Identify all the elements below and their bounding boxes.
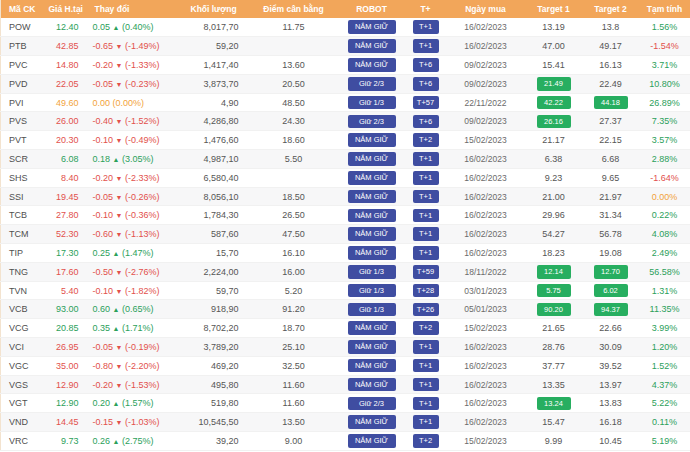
- column-header-target1[interactable]: Target 1: [525, 0, 583, 18]
- balance-point-cell: 11.75: [249, 18, 339, 37]
- price-cell: 17.30: [41, 244, 87, 263]
- column-header-code[interactable]: Mã CK: [1, 0, 41, 18]
- target2-value: 16.18: [599, 417, 622, 427]
- table-row[interactable]: VRC9.730.26 ▲ (2.75%)39,209.00NẮM GIỮT+2…: [1, 432, 690, 451]
- table-row[interactable]: SHS8.40-0.20 ▼ (-2.33%)6,580,40NẮM GIỮT+…: [1, 168, 690, 187]
- stock-code-cell[interactable]: TNG: [1, 262, 41, 281]
- stock-code-cell[interactable]: VGT: [1, 394, 41, 413]
- t-plus-badge: T+1: [413, 397, 439, 411]
- table-row[interactable]: TIP17.300.25 ▲ (1.47%)15,7016.10NẮM GIỮT…: [1, 244, 690, 263]
- column-header-provisional[interactable]: Tạm tính: [639, 0, 690, 18]
- stock-code-cell[interactable]: PTB: [1, 37, 41, 56]
- stock-code-cell[interactable]: VND: [1, 413, 41, 432]
- table-row[interactable]: VCI26.95-0.05 ▼ (-0.19%)3,789,2025.10NẮM…: [1, 338, 690, 357]
- change-cell: 0.00 (0.00%): [87, 93, 183, 112]
- price-cell: 14.80: [41, 56, 87, 75]
- table-row[interactable]: VGC35.00-0.80 ▼ (-2.20%)469,2032.50NẮM G…: [1, 356, 690, 375]
- target1-value: 21.65: [542, 323, 565, 333]
- stock-code-cell[interactable]: VCI: [1, 338, 41, 357]
- table-row[interactable]: VCB93.000.60 ▲ (0.65%)918,9091.20Giữ 1/3…: [1, 300, 690, 319]
- table-row[interactable]: PTB42.85-0.65 ▼ (-1.49%)59,20NẮM GIỮT+11…: [1, 37, 690, 56]
- robot-cell: NẮM GIỮ: [339, 150, 405, 169]
- stock-code-cell[interactable]: TCM: [1, 225, 41, 244]
- column-header-buy-date[interactable]: Ngày mua: [447, 0, 525, 18]
- column-header-volume[interactable]: Khối lượng: [183, 0, 249, 18]
- table-row[interactable]: PVC14.80-0.20 ▼ (-1.33%)1,417,4013.60NẮM…: [1, 56, 690, 75]
- target1-cell: 15.47: [525, 413, 583, 432]
- target1-cell: 13.35: [525, 375, 583, 394]
- stock-code-cell[interactable]: VRC: [1, 432, 41, 451]
- target2-value: 27.37: [599, 116, 622, 126]
- change-percent: (-1.53%): [122, 380, 159, 390]
- stock-code-cell[interactable]: TIP: [1, 244, 41, 263]
- balance-point-cell: 24.30: [249, 112, 339, 131]
- stock-code-cell[interactable]: TVN: [1, 281, 41, 300]
- volume-cell: 1,417,40: [183, 56, 249, 75]
- table-row[interactable]: TCM52.30-0.60 ▼ (-1.13%)587,6047.50NẮM G…: [1, 225, 690, 244]
- stock-code-cell[interactable]: TCB: [1, 206, 41, 225]
- change-value: -0.05: [93, 342, 116, 352]
- stock-code-cell[interactable]: VGS: [1, 375, 41, 394]
- stock-code-cell[interactable]: SHS: [1, 168, 41, 187]
- table-row[interactable]: TNG17.60-0.50 ▼ (-2.76%)2,224,0016.00Giữ…: [1, 262, 690, 281]
- column-header-price[interactable]: Giá H.tại: [41, 0, 87, 18]
- stock-code-cell[interactable]: VCG: [1, 319, 41, 338]
- robot-badge: NẮM GIỮ: [348, 39, 396, 53]
- stock-code-cell[interactable]: SCR: [1, 150, 41, 169]
- t-plus-cell: T+1: [405, 338, 447, 357]
- table-row[interactable]: TVN5.40-0.10 ▼ (-1.82%)59,705.20Giữ 1/3T…: [1, 281, 690, 300]
- column-header-balance-point[interactable]: Điểm cân bằng: [249, 0, 339, 18]
- balance-point-cell: 26.50: [249, 206, 339, 225]
- table-row[interactable]: POW12.400.05 ▲ (0.40%)8,017,7011.75NẮM G…: [1, 18, 690, 37]
- stock-code-cell[interactable]: PVS: [1, 112, 41, 131]
- stock-code-cell[interactable]: PVD: [1, 74, 41, 93]
- robot-cell: Giữ 2/3: [339, 112, 405, 131]
- t-plus-cell: T+59: [405, 262, 447, 281]
- table-row[interactable]: VGS12.90-0.20 ▼ (-1.53%)495,8011.60NẮM G…: [1, 375, 690, 394]
- stock-code-cell[interactable]: POW: [1, 18, 41, 37]
- target1-cell: 15.41: [525, 56, 583, 75]
- table-row[interactable]: TCB27.80-0.10 ▼ (-0.36%)1,784,3026.50NẮM…: [1, 206, 690, 225]
- table-row[interactable]: VGT12.900.20 ▲ (1.57%)519,8011.60Giữ 2/3…: [1, 394, 690, 413]
- provisional-result-cell: 7.35%: [639, 112, 690, 131]
- column-header-robot[interactable]: ROBOT: [339, 0, 405, 18]
- stock-code-cell[interactable]: VGC: [1, 356, 41, 375]
- balance-point-cell: 18.60: [249, 131, 339, 150]
- price-cell: 49.60: [41, 93, 87, 112]
- t-plus-cell: T+6: [405, 112, 447, 131]
- table-row[interactable]: PVT20.30-0.10 ▼ (-0.49%)1,476,6018.60NẮM…: [1, 131, 690, 150]
- price-cell: 42.85: [41, 37, 87, 56]
- buy-date-cell: 05/01/2023: [447, 300, 525, 319]
- target1-value: 15.47: [542, 417, 565, 427]
- price-cell: 26.00: [41, 112, 87, 131]
- stock-code-cell[interactable]: VCB: [1, 300, 41, 319]
- table-row[interactable]: VND14.45-0.15 ▼ (-1.03%)10,545,5013.50NẮ…: [1, 413, 690, 432]
- t-plus-badge: T+6: [413, 115, 439, 129]
- balance-point-cell: 91.20: [249, 300, 339, 319]
- table-row[interactable]: PVS26.00-0.40 ▼ (-1.52%)4,286,8024.30Giữ…: [1, 112, 690, 131]
- buy-date-cell: 16/02/2023: [447, 18, 525, 37]
- table-row[interactable]: SSI19.45-0.05 ▼ (-0.26%)8,056,1018.50NẮM…: [1, 187, 690, 206]
- stock-code-cell[interactable]: PVT: [1, 131, 41, 150]
- column-header-target2[interactable]: Target 2: [583, 0, 639, 18]
- change-percent: (-2.76%): [122, 267, 159, 277]
- table-row[interactable]: PVI49.600.00 (0.00%)4,9048.50Giữ 1/3T+57…: [1, 93, 690, 112]
- column-header-change[interactable]: Thay đổi: [87, 0, 183, 18]
- t-plus-cell: T+1: [405, 413, 447, 432]
- change-value: -0.10: [93, 286, 116, 296]
- price-cell: 35.00: [41, 356, 87, 375]
- column-header-t-plus[interactable]: T+: [405, 0, 447, 18]
- robot-badge: NẮM GIỮ: [348, 58, 396, 72]
- table-row[interactable]: PVD22.05-0.05 ▼ (-0.23%)3,873,7020.50Giữ…: [1, 74, 690, 93]
- table-row[interactable]: VCG20.850.35 ▲ (1.71%)8,702,2018.70NẮM G…: [1, 319, 690, 338]
- change-value: -0.50: [93, 267, 116, 277]
- stock-code-cell[interactable]: PVI: [1, 93, 41, 112]
- robot-badge: Giữ 1/3: [348, 284, 396, 298]
- table-row[interactable]: SCR6.080.18 ▲ (3.05%)4,987,105.50NẮM GIỮ…: [1, 150, 690, 169]
- change-percent: (-1.33%): [122, 60, 159, 70]
- stock-code-cell[interactable]: PVC: [1, 56, 41, 75]
- target2-value: 31.34: [599, 210, 622, 220]
- t-plus-cell: T+1: [405, 206, 447, 225]
- target1-cell: 6.38: [525, 150, 583, 169]
- stock-code-cell[interactable]: SSI: [1, 187, 41, 206]
